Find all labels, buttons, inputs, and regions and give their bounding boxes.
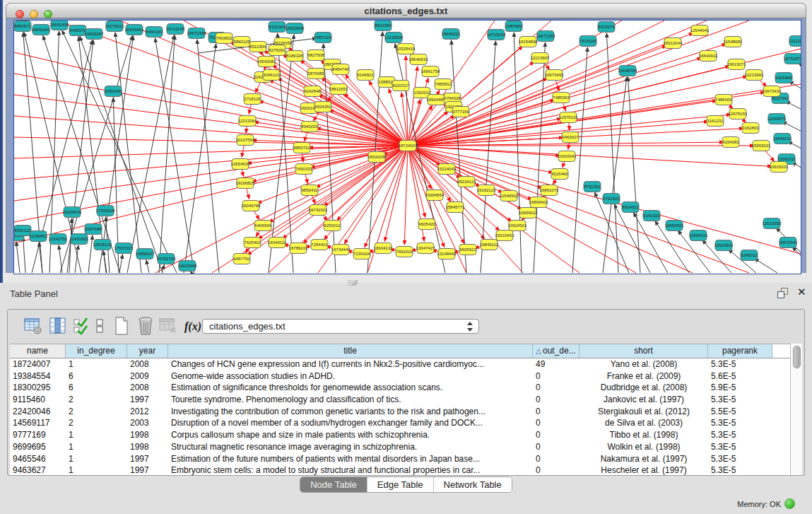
- graph-node[interactable]: 20633461: [125, 25, 144, 35]
- graph-node[interactable]: 16640911: [699, 51, 718, 62]
- graph-node[interactable]: 8912954: [249, 42, 266, 52]
- graph-node[interactable]: 1161231: [707, 116, 724, 127]
- graph-node[interactable]: 10954021: [689, 230, 708, 241]
- graph-node[interactable]: 12213961: [745, 70, 764, 81]
- graph-node[interactable]: 8220317: [392, 81, 409, 91]
- table-row[interactable]: 1938455462009Genome-wide association stu…: [10, 370, 794, 382]
- graph-node[interactable]: 18312044: [664, 38, 683, 49]
- graph-node[interactable]: 11548081: [724, 37, 743, 47]
- column-header-pagerank[interactable]: pagerank: [708, 344, 772, 358]
- graph-node[interactable]: 20691406: [50, 21, 69, 30]
- table-row[interactable]: 2242004622012Investigating the contribut…: [10, 406, 794, 418]
- graph-node[interactable]: 12444131: [773, 134, 792, 144]
- column-header-name[interactable]: name: [10, 344, 66, 358]
- graph-node[interactable]: 11451901: [70, 234, 89, 245]
- graph-node[interactable]: 18216121: [457, 177, 476, 187]
- column-header-year[interactable]: year: [127, 344, 168, 358]
- graph-node[interactable]: 9853411: [301, 185, 318, 196]
- graph-node[interactable]: 17957223: [114, 243, 134, 254]
- tab-network-table[interactable]: Network Table: [434, 477, 512, 492]
- graph-node[interactable]: 8275091: [269, 45, 286, 56]
- graph-node[interactable]: 8940033: [301, 122, 318, 132]
- graph-node[interactable]: 12342751: [49, 234, 68, 245]
- graph-node[interactable]: 9097588: [85, 224, 102, 235]
- graph-node[interactable]: 12505131: [93, 240, 112, 250]
- tab-node-table[interactable]: Node Table: [300, 477, 367, 492]
- graph-node[interactable]: 20591401: [32, 25, 51, 35]
- table-row[interactable]: 946554611997Estimation of the future num…: [10, 453, 794, 465]
- graph-node[interactable]: 9457791: [233, 254, 250, 264]
- graph-node[interactable]: 8454749: [332, 64, 349, 75]
- graph-node[interactable]: 7857224: [314, 33, 331, 43]
- graph-node[interactable]: 8413074: [598, 22, 615, 33]
- graph-node[interactable]: 9024351: [314, 102, 331, 112]
- new-table-icon[interactable]: [112, 316, 131, 336]
- graph-node[interactable]: 12975151: [729, 109, 748, 119]
- table-row[interactable]: 1456911722003Disruption of a novel membe…: [10, 417, 794, 429]
- graph-node[interactable]: 15845771: [446, 202, 465, 213]
- graph-node[interactable]: 19384554: [425, 190, 445, 201]
- graph-node[interactable]: 2687682: [505, 21, 522, 32]
- scrollbar-thumb[interactable]: [793, 346, 801, 368]
- graph-node[interactable]: 16570341: [779, 238, 798, 248]
- graph-node[interactable]: 16993401: [665, 221, 684, 231]
- graph-node[interactable]: 16053809: [286, 23, 305, 34]
- graph-node[interactable]: 16734444: [331, 245, 351, 255]
- graph-node[interactable]: 7485063: [553, 93, 570, 103]
- graph-node[interactable]: 16648784: [618, 66, 637, 76]
- graph-node[interactable]: 5875685: [307, 69, 324, 79]
- graph-node[interactable]: 6791922: [603, 194, 620, 204]
- graph-node[interactable]: 10973493: [545, 70, 564, 81]
- graph-node[interactable]: 16869401: [529, 197, 548, 208]
- tab-edge-table[interactable]: Edge Table: [367, 477, 434, 492]
- graph-node[interactable]: 16934132: [374, 243, 393, 254]
- table-settings-icon[interactable]: [23, 316, 43, 336]
- graph-node[interactable]: 2718126: [244, 94, 261, 105]
- graph-node[interactable]: 16782759: [157, 254, 176, 264]
- graph-node[interactable]: 10653287: [85, 29, 104, 40]
- graph-node[interactable]: 8466160: [146, 27, 163, 37]
- graph-node[interactable]: 3046121: [263, 70, 280, 81]
- graph-node[interactable]: 8791301: [584, 182, 601, 192]
- column-header-title[interactable]: title: [168, 344, 533, 358]
- column-header-out_de[interactable]: △out_de...: [533, 344, 579, 358]
- graph-node[interactable]: 9860125: [233, 37, 250, 47]
- graph-node[interactable]: 10719195: [166, 24, 185, 35]
- table-row[interactable]: 911546021997Tourette syndrome. Phenomeno…: [10, 394, 794, 406]
- graph-node[interactable]: 16671355: [536, 31, 555, 42]
- graph-node[interactable]: 12213364: [238, 116, 257, 127]
- graph-node[interactable]: 12654935: [231, 159, 250, 170]
- graph-node[interactable]: 16861072: [540, 185, 559, 196]
- graph-node[interactable]: 9154081: [722, 137, 739, 148]
- column-header-in_degree[interactable]: in_degree: [66, 344, 127, 358]
- graph-node[interactable]: 8853722: [293, 143, 310, 153]
- network-canvas[interactable]: 8850571205914012069140684055721065328715…: [13, 20, 801, 274]
- graph-node[interactable]: 12923468: [178, 261, 197, 271]
- graph-node[interactable]: 11156861: [29, 231, 47, 242]
- graph-node[interactable]: 12213967: [531, 53, 550, 64]
- table-vertical-scrollbar[interactable]: [790, 344, 802, 475]
- graph-node[interactable]: 3162801: [742, 123, 759, 134]
- graph-node[interactable]: 11540911: [500, 191, 518, 201]
- graph-node[interactable]: 15953021: [752, 141, 771, 151]
- graph-node[interactable]: 9777169: [452, 107, 469, 117]
- graph-node[interactable]: 10958107: [136, 249, 155, 259]
- graph-node[interactable]: 11112041: [789, 36, 801, 47]
- graph-node[interactable]: 13148440: [437, 249, 457, 259]
- delete-table-icon[interactable]: [158, 316, 178, 336]
- graph-node[interactable]: 15276021: [105, 21, 124, 32]
- function-builder-icon[interactable]: f(x): [183, 316, 204, 336]
- table-selector-combobox[interactable]: citations_edges.txt: [202, 319, 479, 334]
- graph-node[interactable]: 16671388: [187, 28, 206, 39]
- graph-node[interactable]: 7690333: [295, 164, 312, 175]
- graph-node[interactable]: 10107554: [236, 135, 255, 146]
- graph-node[interactable]: 16349111: [268, 238, 286, 248]
- split-pane-resize-grip[interactable]: [348, 280, 358, 286]
- table-row[interactable]: 1830029562008Estimation of significance …: [10, 382, 794, 394]
- graph-node[interactable]: 17359928: [96, 206, 115, 216]
- graph-node[interactable]: 19166825: [236, 178, 255, 189]
- graph-node[interactable]: 6409934: [254, 221, 271, 231]
- delete-attribute-icon[interactable]: [136, 316, 155, 336]
- graph-node[interactable]: 19613071: [727, 59, 746, 70]
- graph-node[interactable]: 9827508: [307, 50, 324, 61]
